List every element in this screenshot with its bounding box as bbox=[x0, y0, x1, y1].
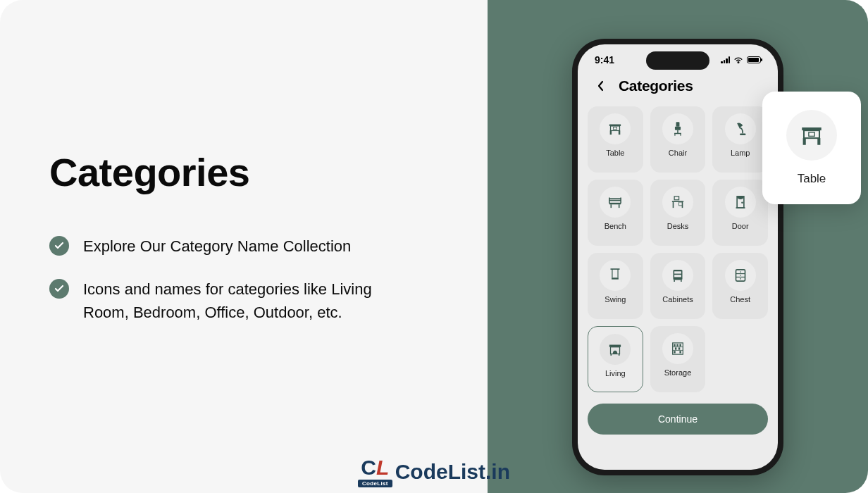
feature-item: Icons and names for categories like Livi… bbox=[49, 277, 445, 324]
back-button[interactable] bbox=[590, 75, 612, 96]
category-label: Bench bbox=[604, 222, 626, 230]
table-icon bbox=[786, 110, 837, 161]
status-time: 9:41 bbox=[595, 54, 614, 65]
category-label: Desks bbox=[667, 222, 689, 230]
swing-icon bbox=[600, 260, 631, 291]
category-grid: Table Chair Lamp Bench Desks Door Swing … bbox=[578, 106, 778, 392]
category-label: Table bbox=[606, 149, 624, 157]
category-label: Lamp bbox=[731, 149, 750, 157]
category-tile-living[interactable]: Living bbox=[588, 326, 643, 392]
cabinets-icon bbox=[662, 260, 693, 291]
door-icon bbox=[725, 187, 756, 218]
bench-icon bbox=[600, 187, 631, 218]
screen-title: Categories bbox=[619, 77, 693, 94]
category-tile-door[interactable]: Door bbox=[712, 180, 768, 246]
category-tile-lamp[interactable]: Lamp bbox=[712, 106, 768, 173]
signal-icon bbox=[721, 56, 730, 63]
check-icon bbox=[49, 236, 69, 256]
category-label: Living bbox=[605, 369, 626, 377]
category-label: Chair bbox=[669, 149, 687, 157]
category-label: Door bbox=[732, 222, 749, 230]
category-popup: Table bbox=[762, 92, 861, 204]
battery-icon bbox=[747, 56, 761, 63]
storage-icon bbox=[662, 333, 693, 364]
info-panel: Categories Explore Our Category Name Col… bbox=[0, 0, 488, 493]
category-label: Cabinets bbox=[662, 295, 693, 304]
feature-text: Explore Our Category Name Collection bbox=[83, 235, 351, 258]
table-icon bbox=[600, 113, 631, 144]
chest-icon bbox=[725, 260, 756, 291]
category-tile-desks[interactable]: Desks bbox=[650, 180, 706, 246]
wifi-icon bbox=[733, 56, 743, 64]
phone-mockup: 9:41 Categories Table bbox=[572, 39, 783, 475]
watermark: CL CodeList CodeList.in bbox=[358, 456, 510, 487]
lamp-icon bbox=[725, 113, 756, 144]
category-tile-cabinets[interactable]: Cabinets bbox=[650, 253, 706, 319]
category-tile-table[interactable]: Table bbox=[588, 106, 643, 173]
popup-label: Table bbox=[798, 172, 826, 186]
page-title: Categories bbox=[49, 149, 445, 195]
category-label: Chest bbox=[730, 295, 750, 304]
check-icon bbox=[49, 279, 69, 299]
screen-header: Categories bbox=[578, 70, 778, 106]
category-tile-bench[interactable]: Bench bbox=[588, 180, 643, 246]
chair-icon bbox=[662, 113, 693, 144]
feature-item: Explore Our Category Name Collection bbox=[49, 235, 445, 258]
watermark-text: CodeList.in bbox=[395, 460, 510, 484]
category-tile-swing[interactable]: Swing bbox=[588, 253, 643, 319]
preview-panel: 9:41 Categories Table bbox=[488, 0, 868, 493]
phone-notch bbox=[646, 51, 709, 70]
category-label: Storage bbox=[664, 368, 692, 377]
living-icon bbox=[600, 334, 631, 365]
desks-icon bbox=[662, 187, 693, 218]
category-tile-storage[interactable]: Storage bbox=[650, 326, 706, 392]
category-tile-chest[interactable]: Chest bbox=[712, 253, 768, 319]
continue-button[interactable]: Continue bbox=[588, 404, 768, 435]
category-tile-chair[interactable]: Chair bbox=[650, 106, 706, 173]
feature-text: Icons and names for categories like Livi… bbox=[83, 277, 393, 324]
category-label: Swing bbox=[604, 295, 626, 304]
